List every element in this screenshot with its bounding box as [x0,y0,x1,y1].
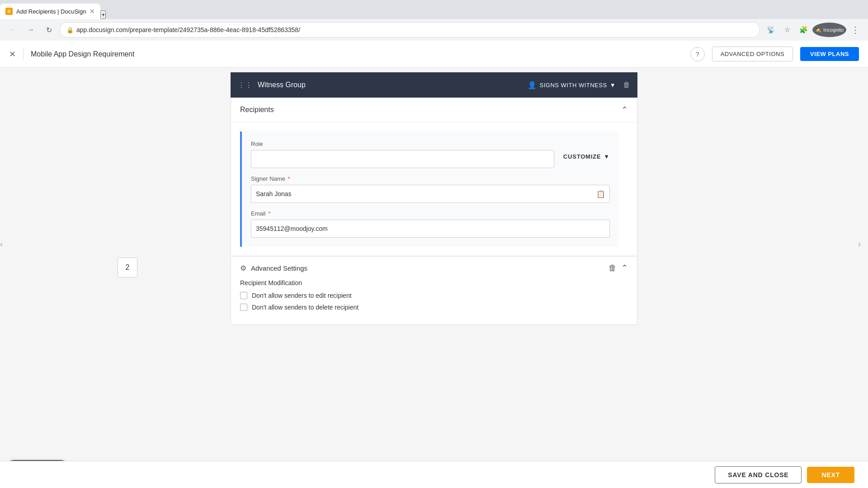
tab-title: Add Recipients | DocuSign [16,8,86,15]
email-field: Email * [251,210,610,238]
delete-witness-group-button[interactable]: 🗑 [623,81,630,89]
signer-name-label: Signer Name * [251,175,610,182]
forward-button[interactable]: → [24,23,38,37]
back-button[interactable]: ← [5,23,20,37]
role-row: Role CUSTOMIZE ▼ [251,141,610,168]
extensions-button[interactable]: 🧩 [796,23,811,37]
cast-button[interactable]: 📡 [764,23,778,37]
signs-with-witness-button[interactable]: 👤 SIGNS WITH WITNESS ▼ [528,81,616,89]
tab-favicon: D [5,8,13,15]
browser-tabs: D Add Recipients | DocuSign ✕ + [0,0,868,19]
app-header: ✕ Mobile App Design Requirement ? ADVANC… [0,41,868,68]
browser-menu-button[interactable]: ⋮ [848,23,863,37]
witness-group-title: Witness Group [258,81,528,89]
dropdown-arrow-icon: ▼ [610,82,616,89]
customize-dropdown-icon: ▼ [604,153,610,160]
email-required: * [268,210,270,217]
lock-icon: 🔒 [66,27,74,33]
recipient-modification-section: Recipient Modification Don't allow sende… [231,279,637,324]
delete-advanced-settings-button[interactable]: 🗑 [609,263,617,273]
incognito-label: Incognito [823,27,844,33]
email-label: Email * [251,210,610,217]
content-wrapper: ⋮⋮ Witness Group 👤 SIGNS WITH WITNESS ▼ … [231,68,637,461]
reload-button[interactable]: ↻ [42,23,56,37]
help-button[interactable]: ? [690,47,705,61]
url-text: app.docusign.com/prepare-template/249273… [76,26,300,33]
role-section-wrapper: Role CUSTOMIZE ▼ Signer Name * [240,122,628,247]
recipients-collapse-button[interactable]: ⌃ [621,105,628,115]
advanced-settings-section: ⚙ Advanced Settings 🗑 ⌃ Recipient Modifi… [231,256,637,325]
bookmark-button[interactable]: ☆ [780,23,794,37]
nav-actions: 📡 ☆ 🧩 🕵 Incognito ⋮ [764,23,863,37]
new-tab-button[interactable]: + [100,10,106,19]
email-input[interactable] [251,220,610,238]
number-badge-wrap: 2 [118,258,137,277]
spacer [231,247,637,256]
person-icon: 👤 [528,81,537,89]
scroll-right-arrow[interactable]: › [858,239,861,249]
incognito-icon: 🕵 [815,27,821,33]
advanced-settings-title: Advanced Settings [251,264,597,272]
role-section: Role CUSTOMIZE ▼ Signer Name * [240,131,619,247]
role-field: Role [251,141,554,168]
advanced-options-button[interactable]: ADVANCED OPTIONS [712,47,793,61]
next-button[interactable]: NEXT [807,467,854,483]
incognito-profile[interactable]: 🕵 Incognito [812,23,846,37]
number-badge: 2 [118,258,137,277]
address-bar[interactable]: 🔒 app.docusign.com/prepare-template/2492… [60,22,760,38]
advanced-settings-collapse-button[interactable]: ⌃ [621,263,628,273]
browser-chrome: D Add Recipients | DocuSign ✕ + ← → ↻ 🔒 … [0,0,868,41]
recipients-title: Recipients [240,106,274,114]
role-label: Role [251,141,554,147]
close-button[interactable]: ✕ [9,49,16,59]
dont-allow-edit-row: Don't allow senders to edit recipient [240,292,628,299]
signer-name-input-wrap: 📋 [251,185,610,203]
witness-group-header: ⋮⋮ Witness Group 👤 SIGNS WITH WITNESS ▼ … [231,72,637,98]
recipients-header: Recipients ⌃ [231,98,637,122]
customize-button[interactable]: CUSTOMIZE ▼ [563,141,610,160]
save-and-close-button[interactable]: SAVE AND CLOSE [715,466,802,483]
signer-name-required: * [288,175,290,182]
dont-allow-delete-row: Don't allow senders to delete recipient [240,304,628,311]
advanced-settings-header: ⚙ Advanced Settings 🗑 ⌃ [231,257,637,279]
browser-nav: ← → ↻ 🔒 app.docusign.com/prepare-templat… [0,19,868,41]
dont-allow-edit-label: Don't allow senders to edit recipient [252,292,352,299]
gear-icon: ⚙ [240,264,246,272]
scroll-left-arrow[interactable]: ‹ [0,239,3,249]
view-plans-button[interactable]: VIEW PLANS [800,47,859,61]
signer-name-input[interactable] [251,185,610,203]
dont-allow-delete-label: Don't allow senders to delete recipient [252,304,359,311]
recipient-modification-title: Recipient Modification [240,279,628,286]
dont-allow-edit-checkbox[interactable] [240,292,247,299]
advanced-header-actions: 🗑 ⌃ [601,263,628,273]
app-title: Mobile App Design Requirement [31,50,134,58]
drag-handle-icon[interactable]: ⋮⋮ [238,81,252,89]
customize-label: CUSTOMIZE [563,153,601,160]
address-book-icon: 📋 [596,190,605,198]
role-input[interactable] [251,150,554,168]
divider [23,47,24,61]
tab-close-button[interactable]: ✕ [90,8,95,15]
signs-with-witness-label: SIGNS WITH WITNESS [540,82,607,89]
signer-name-field: Signer Name * 📋 [251,175,610,203]
bottom-bar: SAVE AND CLOSE NEXT [0,461,868,488]
recipients-section: Recipients ⌃ Role CUSTOMIZE ▼ [231,98,637,256]
active-tab[interactable]: D Add Recipients | DocuSign ✕ [0,4,100,19]
dont-allow-delete-checkbox[interactable] [240,304,247,311]
